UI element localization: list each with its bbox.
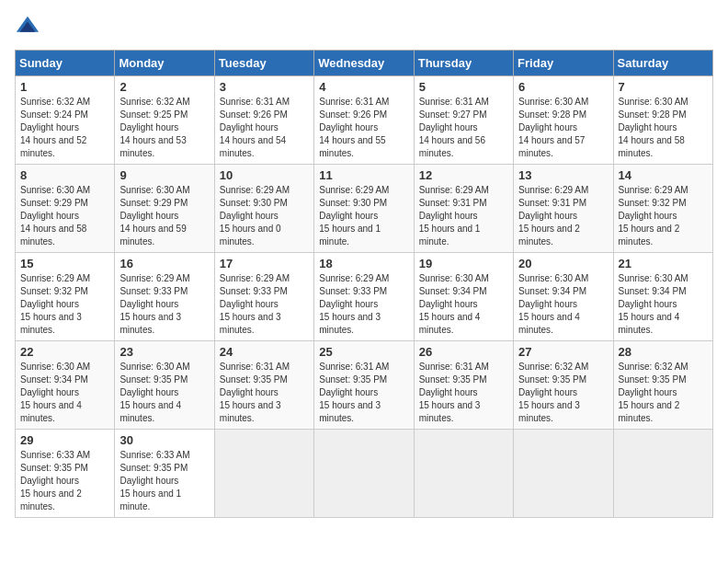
day-info: Sunrise: 6:31 AMSunset: 9:35 PMDaylight …: [220, 362, 290, 423]
table-row: 18Sunrise: 6:29 AMSunset: 9:33 PMDayligh…: [314, 253, 414, 341]
table-row: 20Sunrise: 6:30 AMSunset: 9:34 PMDayligh…: [514, 253, 613, 341]
day-info: Sunrise: 6:29 AMSunset: 9:30 PMDaylight …: [319, 185, 389, 247]
table-row: 26Sunrise: 6:31 AMSunset: 9:35 PMDayligh…: [414, 341, 513, 430]
day-info: Sunrise: 6:29 AMSunset: 9:33 PMDaylight …: [220, 273, 290, 335]
day-number: 11: [319, 168, 408, 182]
table-row: 21Sunrise: 6:30 AMSunset: 9:34 PMDayligh…: [613, 253, 712, 341]
table-row: 14Sunrise: 6:29 AMSunset: 9:32 PMDayligh…: [613, 165, 712, 253]
day-number: 20: [518, 257, 608, 270]
day-number: 24: [220, 345, 309, 359]
day-info: Sunrise: 6:29 AMSunset: 9:33 PMDaylight …: [119, 273, 189, 335]
day-info: Sunrise: 6:29 AMSunset: 9:30 PMDaylight …: [220, 185, 290, 247]
table-row: 27Sunrise: 6:32 AMSunset: 9:35 PMDayligh…: [514, 341, 613, 430]
table-row: 28Sunrise: 6:32 AMSunset: 9:35 PMDayligh…: [613, 341, 712, 430]
col-monday: Monday: [115, 51, 214, 76]
day-info: Sunrise: 6:30 AMSunset: 9:35 PMDaylight …: [119, 362, 189, 423]
table-row: [314, 430, 414, 518]
day-info: Sunrise: 6:29 AMSunset: 9:32 PMDaylight …: [619, 185, 688, 247]
table-row: 2Sunrise: 6:32 AMSunset: 9:25 PMDaylight…: [115, 76, 214, 165]
table-row: [414, 430, 513, 518]
logo: [15, 15, 44, 40]
day-info: Sunrise: 6:30 AMSunset: 9:34 PMDaylight …: [419, 273, 489, 335]
col-tuesday: Tuesday: [214, 51, 313, 76]
table-row: 16Sunrise: 6:29 AMSunset: 9:33 PMDayligh…: [115, 253, 214, 341]
table-row: 23Sunrise: 6:30 AMSunset: 9:35 PMDayligh…: [115, 341, 214, 430]
table-row: 10Sunrise: 6:29 AMSunset: 9:30 PMDayligh…: [214, 165, 313, 253]
day-number: 17: [220, 257, 309, 270]
day-number: 26: [419, 345, 508, 359]
day-info: Sunrise: 6:29 AMSunset: 9:31 PMDaylight …: [518, 185, 588, 247]
day-info: Sunrise: 6:29 AMSunset: 9:31 PMDaylight …: [419, 185, 489, 247]
day-info: Sunrise: 6:32 AMSunset: 9:35 PMDaylight …: [518, 362, 588, 423]
table-row: 3Sunrise: 6:31 AMSunset: 9:26 PMDaylight…: [214, 76, 313, 165]
table-row: 17Sunrise: 6:29 AMSunset: 9:33 PMDayligh…: [214, 253, 313, 341]
table-row: 12Sunrise: 6:29 AMSunset: 9:31 PMDayligh…: [414, 165, 513, 253]
calendar-week-row: 29Sunrise: 6:33 AMSunset: 9:35 PMDayligh…: [16, 430, 713, 518]
day-number: 19: [419, 257, 508, 270]
day-number: 9: [119, 168, 209, 182]
day-info: Sunrise: 6:30 AMSunset: 9:28 PMDaylight …: [619, 97, 688, 158]
calendar-table: Sunday Monday Tuesday Wednesday Thursday…: [15, 50, 713, 518]
day-number: 15: [20, 257, 109, 270]
calendar-week-row: 8Sunrise: 6:30 AMSunset: 9:29 PMDaylight…: [16, 165, 713, 253]
day-number: 30: [119, 433, 209, 447]
day-info: Sunrise: 6:31 AMSunset: 9:35 PMDaylight …: [319, 362, 389, 423]
table-row: 5Sunrise: 6:31 AMSunset: 9:27 PMDaylight…: [414, 76, 513, 165]
day-info: Sunrise: 6:30 AMSunset: 9:34 PMDaylight …: [619, 273, 688, 335]
day-number: 12: [419, 168, 508, 182]
day-number: 27: [518, 345, 608, 359]
page-header: [15, 15, 713, 40]
logo-icon: [15, 15, 40, 40]
table-row: [514, 430, 613, 518]
table-row: 6Sunrise: 6:30 AMSunset: 9:28 PMDaylight…: [514, 76, 613, 165]
table-row: 30Sunrise: 6:33 AMSunset: 9:35 PMDayligh…: [115, 430, 214, 518]
day-number: 3: [220, 80, 309, 94]
table-row: 15Sunrise: 6:29 AMSunset: 9:32 PMDayligh…: [16, 253, 115, 341]
table-row: 19Sunrise: 6:30 AMSunset: 9:34 PMDayligh…: [414, 253, 513, 341]
table-row: 8Sunrise: 6:30 AMSunset: 9:29 PMDaylight…: [16, 165, 115, 253]
day-info: Sunrise: 6:30 AMSunset: 9:34 PMDaylight …: [20, 362, 90, 423]
day-info: Sunrise: 6:29 AMSunset: 9:33 PMDaylight …: [319, 273, 389, 335]
day-number: 21: [619, 257, 708, 270]
day-number: 29: [20, 433, 109, 447]
day-number: 16: [119, 257, 209, 270]
table-row: 25Sunrise: 6:31 AMSunset: 9:35 PMDayligh…: [314, 341, 414, 430]
table-row: [613, 430, 712, 518]
day-number: 7: [619, 80, 708, 94]
day-info: Sunrise: 6:31 AMSunset: 9:26 PMDaylight …: [319, 97, 389, 158]
day-info: Sunrise: 6:33 AMSunset: 9:35 PMDaylight …: [119, 450, 189, 511]
day-info: Sunrise: 6:30 AMSunset: 9:28 PMDaylight …: [518, 97, 588, 158]
table-row: 29Sunrise: 6:33 AMSunset: 9:35 PMDayligh…: [16, 430, 115, 518]
day-number: 1: [20, 80, 109, 94]
table-row: [214, 430, 313, 518]
table-row: 11Sunrise: 6:29 AMSunset: 9:30 PMDayligh…: [314, 165, 414, 253]
table-row: 24Sunrise: 6:31 AMSunset: 9:35 PMDayligh…: [214, 341, 313, 430]
day-number: 4: [319, 80, 408, 94]
calendar-header-row: Sunday Monday Tuesday Wednesday Thursday…: [16, 51, 713, 76]
table-row: 22Sunrise: 6:30 AMSunset: 9:34 PMDayligh…: [16, 341, 115, 430]
table-row: 9Sunrise: 6:30 AMSunset: 9:29 PMDaylight…: [115, 165, 214, 253]
day-number: 2: [119, 80, 209, 94]
day-info: Sunrise: 6:32 AMSunset: 9:35 PMDaylight …: [619, 362, 688, 423]
calendar-week-row: 22Sunrise: 6:30 AMSunset: 9:34 PMDayligh…: [16, 341, 713, 430]
day-info: Sunrise: 6:31 AMSunset: 9:26 PMDaylight …: [220, 97, 290, 158]
day-number: 28: [619, 345, 708, 359]
day-info: Sunrise: 6:32 AMSunset: 9:24 PMDaylight …: [20, 97, 90, 158]
col-friday: Friday: [514, 51, 613, 76]
day-info: Sunrise: 6:29 AMSunset: 9:32 PMDaylight …: [20, 273, 90, 335]
day-info: Sunrise: 6:33 AMSunset: 9:35 PMDaylight …: [20, 450, 90, 511]
table-row: 13Sunrise: 6:29 AMSunset: 9:31 PMDayligh…: [514, 165, 613, 253]
day-info: Sunrise: 6:30 AMSunset: 9:29 PMDaylight …: [20, 185, 90, 247]
day-number: 23: [119, 345, 209, 359]
table-row: 7Sunrise: 6:30 AMSunset: 9:28 PMDaylight…: [613, 76, 712, 165]
col-saturday: Saturday: [613, 51, 712, 76]
col-thursday: Thursday: [414, 51, 513, 76]
calendar-week-row: 15Sunrise: 6:29 AMSunset: 9:32 PMDayligh…: [16, 253, 713, 341]
day-number: 18: [319, 257, 408, 270]
calendar-week-row: 1Sunrise: 6:32 AMSunset: 9:24 PMDaylight…: [16, 76, 713, 165]
day-info: Sunrise: 6:32 AMSunset: 9:25 PMDaylight …: [119, 97, 189, 158]
col-sunday: Sunday: [16, 51, 115, 76]
day-number: 8: [20, 168, 109, 182]
col-wednesday: Wednesday: [314, 51, 414, 76]
day-number: 5: [419, 80, 508, 94]
